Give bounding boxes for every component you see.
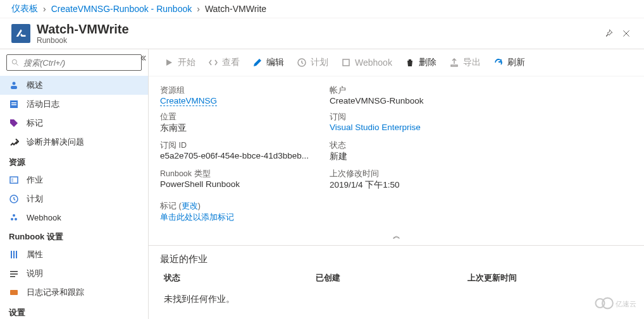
svg-rect-14 (13, 251, 15, 258)
svg-rect-4 (11, 102, 16, 104)
trash-icon (405, 57, 415, 68)
tags-change-link[interactable]: 更改 (182, 202, 198, 210)
svg-point-0 (12, 59, 16, 64)
account-value: CreateVMNSG-Runbook (330, 96, 494, 105)
sidebar-item-label: Webhook (27, 213, 61, 222)
runbook-type-value: PowerShell Runbook (160, 179, 325, 189)
breadcrumb-item-2: Watch-VMWrite (205, 4, 266, 14)
sidebar-item-tags[interactable]: 标记 (0, 114, 148, 133)
svg-rect-18 (10, 276, 15, 277)
sidebar-item-webhook[interactable]: Webhook (0, 208, 148, 226)
pin-button[interactable] (600, 25, 617, 42)
breadcrumb-sep: › (197, 4, 200, 14)
svg-rect-13 (11, 251, 12, 258)
sidebar-item-label: 诊断并解决问题 (27, 136, 84, 148)
code-icon (208, 57, 218, 68)
webhook-icon (9, 212, 19, 222)
runbook-icon (11, 24, 30, 43)
sidebar-item-jobs[interactable]: 作业 (0, 171, 148, 190)
breadcrumb: 仪表板 › CreateVMNSG-Runbook - Runbook › Wa… (0, 0, 644, 18)
jobs-title: 最近的作业 (149, 246, 644, 269)
sidebar-item-logging[interactable]: 日志记录和跟踪 (0, 283, 148, 302)
sidebar-item-label: 说明 (27, 268, 43, 279)
logging-icon (9, 287, 19, 298)
svg-rect-7 (11, 179, 13, 179)
subscription-id-label: 订阅 ID (160, 140, 325, 151)
content-pane: 开始 查看 编辑 计划 Webhook 删除 导出 刷新 资源组 CreateV… (149, 49, 644, 319)
subscription-id-value: e5a2e705-e06f-454e-bbce-41d3bbeb... (160, 151, 325, 160)
refresh-button[interactable]: 刷新 (488, 54, 530, 71)
jobs-col-created: 已创建 (316, 273, 468, 284)
location-label: 位置 (160, 112, 325, 123)
status-value: 新建 (330, 151, 494, 162)
sidebar-item-diagnose[interactable]: 诊断并解决问题 (0, 133, 148, 152)
jobs-empty-message: 未找到任何作业。 (149, 287, 644, 311)
svg-point-1 (13, 82, 16, 85)
schedule-icon (9, 194, 19, 204)
edit-button[interactable]: 编辑 (247, 54, 289, 71)
search-input-wrap[interactable] (6, 54, 142, 71)
svg-point-12 (13, 214, 15, 217)
page-title: Watch-VMWrite (37, 22, 129, 36)
svg-rect-21 (343, 59, 349, 66)
toolbar: 开始 查看 编辑 计划 Webhook 删除 导出 刷新 (149, 49, 644, 76)
svg-rect-17 (10, 274, 18, 275)
sidebar-item-activity-log[interactable]: 活动日志 (0, 95, 148, 114)
export-button[interactable]: 导出 (444, 54, 486, 71)
properties-icon (9, 250, 19, 260)
location-value: 东南亚 (160, 123, 325, 134)
jobs-col-updated: 上次更新时间 (468, 273, 619, 284)
svg-rect-15 (16, 251, 17, 258)
last-modified-value: 2019/1/4 下午1:50 (330, 179, 494, 191)
sidebar-section-runbook-settings: Runbook 设置 (0, 226, 148, 245)
sidebar-item-properties[interactable]: 属性 (0, 245, 148, 264)
svg-text:亿速云: 亿速云 (615, 300, 636, 308)
svg-rect-6 (10, 177, 18, 183)
tag-icon (9, 118, 19, 128)
webhook-button[interactable]: Webhook (336, 55, 397, 70)
breadcrumb-item-1[interactable]: CreateVMNSG-Runbook - Runbook (51, 4, 192, 14)
description-icon (9, 268, 19, 279)
subscription-link[interactable]: Visual Studio Enterprise (330, 123, 421, 132)
sidebar-item-label: 日志记录和跟踪 (27, 287, 84, 298)
svg-rect-8 (11, 181, 13, 181)
sidebar-item-description[interactable]: 说明 (0, 264, 148, 283)
page-header: Watch-VMWrite Runbook (0, 18, 644, 49)
sidebar-item-schedule[interactable]: 计划 (0, 190, 148, 208)
svg-rect-5 (11, 104, 16, 105)
search-icon (11, 58, 20, 67)
pencil-icon (252, 57, 263, 68)
subscription-label: 订阅 (330, 112, 494, 123)
svg-rect-19 (10, 290, 18, 295)
sidebar-item-overview[interactable]: 概述 (0, 76, 148, 95)
export-icon (449, 57, 459, 68)
delete-button[interactable]: 删除 (400, 54, 442, 71)
resource-group-link[interactable]: CreateVMNSG (160, 96, 217, 106)
collapse-details-button[interactable]: ︽ (149, 229, 644, 243)
page-subtitle: Runbook (37, 36, 129, 45)
svg-rect-16 (10, 271, 18, 272)
webhook-icon (341, 57, 351, 68)
sidebar-item-label: 活动日志 (27, 99, 59, 110)
add-tags-link[interactable]: 单击此处以添加标记 (160, 212, 234, 222)
svg-rect-2 (11, 86, 17, 89)
schedule-button[interactable]: 计划 (292, 54, 333, 71)
last-modified-label: 上次修改时间 (330, 169, 494, 179)
start-button[interactable]: 开始 (159, 54, 201, 71)
collapse-sidebar-button[interactable] (139, 52, 149, 64)
view-button[interactable]: 查看 (203, 54, 245, 71)
sidebar-item-label: 属性 (27, 249, 43, 260)
search-input[interactable] (23, 58, 137, 68)
breadcrumb-item-0[interactable]: 仪表板 (11, 3, 38, 15)
breadcrumb-sep: › (43, 4, 46, 14)
account-label: 帐户 (330, 85, 494, 96)
svg-point-10 (11, 218, 13, 220)
activity-log-icon (9, 99, 19, 109)
sidebar-section-resource: 资源 (0, 152, 148, 171)
watermark: 亿速云 (593, 294, 638, 314)
jobs-icon (9, 175, 19, 185)
sidebar-item-label: 作业 (27, 174, 43, 186)
diagnose-icon (9, 137, 19, 147)
close-button[interactable] (617, 25, 635, 42)
status-label: 状态 (330, 140, 494, 151)
